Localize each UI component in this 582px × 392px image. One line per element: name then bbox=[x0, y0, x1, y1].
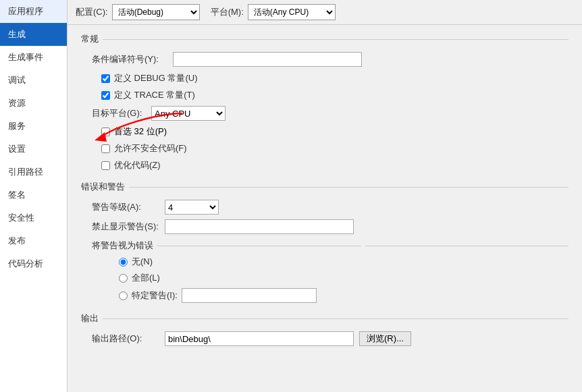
all-radio[interactable] bbox=[119, 274, 128, 283]
platform-group: 平台(M): 活动(Any CPU) bbox=[211, 4, 336, 20]
prefer32-label: 首选 32 位(P) bbox=[114, 125, 167, 138]
sidebar: 应用程序 生成 生成事件 调试 资源 服务 设置 引用路径 签名 安全性 发布 … bbox=[0, 0, 68, 392]
sidebar-item-debug[interactable]: 调试 bbox=[0, 69, 67, 92]
define-trace-label: 定义 TRACE 常量(T) bbox=[114, 89, 195, 101]
none-radio-row[interactable]: 无(N) bbox=[92, 256, 568, 268]
errors-section-title: 错误和警告 bbox=[81, 181, 568, 193]
define-trace-row[interactable]: 定义 TRACE 常量(T) bbox=[81, 89, 568, 101]
conditional-symbols-input[interactable] bbox=[173, 52, 362, 67]
target-platform-label: 目标平台(G): bbox=[92, 107, 146, 119]
suppress-warnings-input[interactable] bbox=[165, 219, 354, 234]
define-debug-label: 定义 DEBUG 常量(U) bbox=[114, 72, 198, 84]
all-label: 全部(L) bbox=[132, 272, 160, 284]
sidebar-item-settings[interactable]: 设置 bbox=[0, 138, 67, 161]
main-panel: 配置(C): 活动(Debug) 平台(M): 活动(Any CPU) 常规 条… bbox=[68, 0, 582, 392]
prefer32-checkbox[interactable] bbox=[101, 128, 110, 136]
conditional-symbols-row: 条件编译符号(Y): bbox=[81, 52, 568, 67]
toolbar: 配置(C): 活动(Debug) 平台(M): 活动(Any CPU) bbox=[68, 0, 582, 25]
suppress-warnings-label: 禁止显示警告(S): bbox=[92, 221, 159, 233]
specific-radio-row[interactable]: 特定警告(I): bbox=[92, 288, 568, 303]
sidebar-item-security[interactable]: 安全性 bbox=[0, 206, 67, 229]
sidebar-item-build[interactable]: 生成 bbox=[0, 23, 67, 46]
none-label: 无(N) bbox=[132, 256, 153, 268]
define-debug-row[interactable]: 定义 DEBUG 常量(U) bbox=[81, 72, 568, 84]
browse-button[interactable]: 浏览(R)... bbox=[359, 331, 411, 346]
output-path-input[interactable] bbox=[165, 331, 354, 346]
general-section-title: 常规 bbox=[81, 33, 568, 45]
conditional-symbols-label: 条件编译符号(Y): bbox=[92, 53, 173, 65]
warning-level-row: 警告等级(A): 4 0123 bbox=[81, 200, 568, 215]
none-radio[interactable] bbox=[119, 258, 128, 267]
treat-as-errors-title: 将警告视为错误 bbox=[92, 240, 568, 252]
platform-label: 平台(M): bbox=[211, 6, 244, 18]
sidebar-item-build-events[interactable]: 生成事件 bbox=[0, 46, 67, 69]
optimize-checkbox[interactable] bbox=[101, 161, 110, 170]
specific-warnings-input[interactable] bbox=[182, 288, 317, 303]
define-trace-checkbox[interactable] bbox=[101, 91, 110, 100]
prefer32-wrapper: 首选 32 位(P) bbox=[81, 125, 568, 138]
unsafe-code-row[interactable]: 允许不安全代码(F) bbox=[81, 142, 568, 155]
treat-as-errors-section: 将警告视为错误 无(N) 全部(L) 特定警告(I): bbox=[81, 240, 568, 303]
warning-level-label: 警告等级(A): bbox=[92, 201, 159, 213]
platform-select[interactable]: 活动(Any CPU) bbox=[248, 4, 336, 20]
config-select[interactable]: 活动(Debug) bbox=[112, 4, 200, 20]
sidebar-item-publish[interactable]: 发布 bbox=[0, 229, 67, 252]
unsafe-code-checkbox[interactable] bbox=[101, 144, 110, 153]
specific-radio[interactable] bbox=[119, 291, 128, 300]
optimize-label: 优化代码(Z) bbox=[114, 159, 161, 171]
output-path-row: 输出路径(O): 浏览(R)... bbox=[81, 331, 568, 346]
sidebar-item-code-analysis[interactable]: 代码分析 bbox=[0, 252, 67, 275]
sidebar-item-services[interactable]: 服务 bbox=[0, 115, 67, 138]
output-path-label: 输出路径(O): bbox=[92, 333, 159, 345]
target-platform-row: 目标平台(G): Any CPU x86 x64 bbox=[81, 106, 568, 121]
unsafe-code-label: 允许不安全代码(F) bbox=[114, 142, 187, 155]
sidebar-item-resources[interactable]: 资源 bbox=[0, 92, 67, 115]
output-extra-space bbox=[81, 351, 568, 371]
output-section-title: 输出 bbox=[81, 312, 568, 325]
content-area: 常规 条件编译符号(Y): 定义 DEBUG 常量(U) 定义 TRACE 常量… bbox=[68, 25, 582, 392]
sidebar-item-references[interactable]: 引用路径 bbox=[0, 161, 67, 184]
optimize-row[interactable]: 优化代码(Z) bbox=[81, 159, 568, 171]
warning-level-select[interactable]: 4 0123 bbox=[165, 200, 219, 215]
sidebar-item-signing[interactable]: 签名 bbox=[0, 184, 67, 206]
sidebar-item-app[interactable]: 应用程序 bbox=[0, 0, 67, 23]
config-group: 配置(C): 活动(Debug) bbox=[76, 4, 200, 20]
config-label: 配置(C): bbox=[76, 6, 108, 18]
suppress-warnings-row: 禁止显示警告(S): bbox=[81, 219, 568, 234]
target-platform-select[interactable]: Any CPU x86 x64 bbox=[151, 106, 226, 121]
all-radio-row[interactable]: 全部(L) bbox=[92, 272, 568, 284]
define-debug-checkbox[interactable] bbox=[101, 74, 110, 83]
specific-label: 特定警告(I): bbox=[132, 289, 178, 302]
